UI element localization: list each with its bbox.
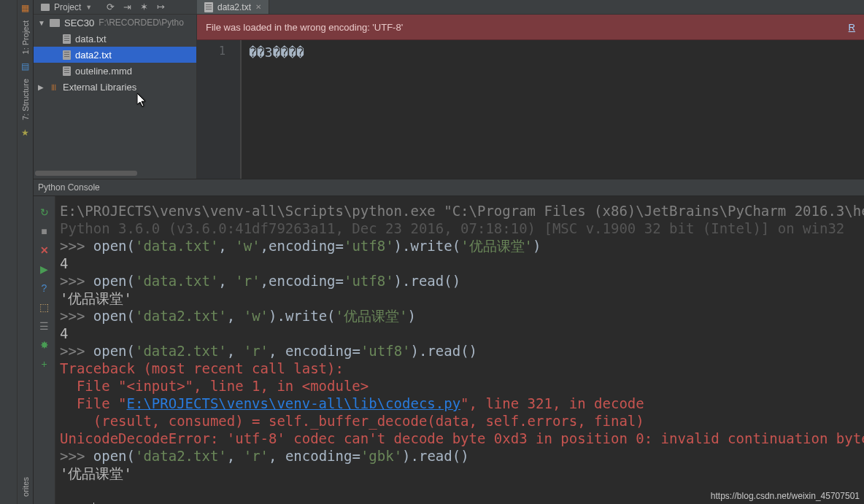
t: ,encoding=	[261, 273, 344, 289]
t: 'utf8'	[344, 273, 394, 289]
editor-tabbar: data2.txt ✕	[197, 0, 864, 15]
traceback-line: File "	[60, 395, 127, 411]
favorites-tool-icon[interactable]: ★	[21, 128, 29, 138]
console-prompt: >>>	[60, 343, 93, 359]
t: )	[407, 308, 415, 324]
stop-icon[interactable]: ■	[41, 225, 47, 237]
t: ).write(	[269, 308, 336, 324]
console-prompt: >>>	[60, 308, 93, 324]
file-label: data2.txt	[75, 50, 112, 61]
gutter-line-number: 1	[197, 44, 225, 58]
tree-file-row-selected[interactable]: data2.txt	[34, 47, 196, 63]
help-icon[interactable]: ?	[42, 282, 47, 294]
t: ,	[227, 448, 244, 464]
add-icon[interactable]: +	[41, 358, 47, 370]
traceback-line: (result, consumed) = self._buffer_decode…	[60, 413, 644, 429]
t: ).write(	[394, 238, 461, 254]
file-icon	[63, 50, 71, 60]
project-tool-icon[interactable]: ▦	[21, 3, 29, 13]
project-tool-label[interactable]: 1: Project	[21, 16, 30, 58]
t: '优品课堂'	[460, 238, 533, 254]
project-view-dropdown[interactable]: Project ▼	[34, 0, 99, 14]
console-out: 4	[60, 325, 68, 341]
python-console: ↻ ■ ✕ ▶ ? ⬚ ☰ ✸ + E:\PROJECTS\venvs\venv…	[34, 196, 864, 504]
structure-tool-icon[interactable]: ▤	[21, 61, 29, 71]
file-label: data.txt	[75, 34, 107, 44]
watermark-text: https://blog.csdn.net/weixin_45707501	[711, 491, 860, 501]
close-tab-icon[interactable]: ✕	[255, 3, 261, 11]
expand-icon[interactable]: ▼	[38, 19, 45, 27]
traceback-line: File "<input>", line 1, in <module>	[60, 378, 369, 394]
console-out: '优品课堂'	[60, 465, 132, 481]
rerun-icon[interactable]: ↻	[40, 206, 49, 218]
t: 'r'	[244, 343, 269, 359]
t: ,	[218, 273, 235, 289]
tree-file-row[interactable]: data.txt	[34, 31, 196, 47]
t: ).read()	[411, 343, 478, 359]
t: ,encoding=	[261, 238, 344, 254]
new-icon[interactable]: ✸	[40, 339, 49, 351]
file-icon	[63, 66, 71, 76]
toolbar-gear-icon[interactable]: ✶	[140, 1, 148, 12]
t: 'data2.txt'	[135, 343, 227, 359]
expand-icon[interactable]: ▶	[38, 83, 45, 91]
run-icon[interactable]: ▶	[40, 263, 48, 275]
t: 'r'	[235, 273, 260, 289]
project-tree[interactable]: ▼ SEC30 F:\RECORDED\Pytho data.txt data2…	[34, 15, 197, 179]
root-name: SEC30	[64, 18, 94, 28]
t: open(	[93, 308, 135, 324]
t: open(	[93, 448, 135, 464]
encoding-warning-bar: File was loaded in the wrong encoding: '…	[197, 15, 864, 40]
t: open(	[93, 273, 135, 289]
structure-tool-label[interactable]: 7: Structure	[21, 74, 30, 125]
tree-file-row[interactable]: outeline.mmd	[34, 63, 196, 79]
dropdown-arrow-icon: ▼	[85, 4, 92, 11]
t: 'w'	[244, 308, 269, 324]
t: '优品课堂'	[336, 308, 408, 324]
t: , encoding=	[269, 448, 360, 464]
editor-tab-data2[interactable]: data2.txt ✕	[197, 0, 269, 14]
console-output[interactable]: E:\PROJECTS\venvs\venv-all\Scripts\pytho…	[55, 196, 864, 504]
t: , encoding=	[269, 343, 360, 359]
editor-pane: File was loaded in the wrong encoding: '…	[197, 15, 864, 179]
close-icon[interactable]: ✕	[40, 244, 49, 256]
project-view-label: Project	[54, 2, 81, 12]
console-exec-line: E:\PROJECTS\venvs\venv-all\Scripts\pytho…	[60, 203, 864, 219]
t: ).read()	[402, 448, 469, 464]
console-out: '优品课堂'	[60, 290, 132, 306]
warning-action-link[interactable]: R	[849, 22, 855, 33]
t: ,	[227, 343, 244, 359]
folder-icon	[41, 4, 50, 11]
toolbar-settings-icon[interactable]: ⟳	[107, 1, 115, 12]
tree-external-libs[interactable]: ▶ ⫼ External Libraries	[34, 79, 196, 95]
horizontal-scrollbar[interactable]	[35, 171, 137, 176]
t: )	[533, 238, 541, 254]
editor-gutter: 1	[197, 40, 241, 179]
editor-tab-label: data2.txt	[217, 2, 251, 12]
console-prompt: >>>	[60, 273, 93, 289]
t: 'data2.txt'	[135, 308, 227, 324]
console-prompt: >>>	[60, 448, 93, 464]
editor-content[interactable]: ��3����	[241, 40, 864, 179]
external-libs-label: External Libraries	[63, 82, 136, 93]
debug-icon[interactable]: ⬚	[39, 301, 49, 313]
t: ", line 321, in decode	[460, 395, 644, 411]
t: 'utf8'	[360, 343, 411, 359]
history-icon[interactable]: ☰	[39, 320, 49, 332]
warning-text: File was loaded in the wrong encoding: '…	[206, 22, 403, 33]
editor-text: ��3����	[249, 44, 304, 60]
traceback-link[interactable]: E:\PROJECTS\venvs\venv-all\lib\codecs.py	[127, 395, 461, 411]
t: 'w'	[235, 238, 260, 254]
toolbar-hide-icon[interactable]: ↦	[157, 1, 165, 12]
t: open(	[93, 343, 135, 359]
console-header: Python Console	[34, 179, 864, 196]
console-toolbar: ↻ ■ ✕ ▶ ? ⬚ ☰ ✸ +	[34, 196, 55, 504]
library-icon: ⫼	[50, 82, 58, 92]
t: open(	[93, 238, 135, 254]
t: ,	[227, 308, 244, 324]
file-icon	[63, 34, 71, 44]
favorites-tool-label[interactable]: orites	[21, 473, 30, 501]
tree-root-row[interactable]: ▼ SEC30 F:\RECORDED\Pytho	[34, 15, 196, 31]
root-path: F:\RECORDED\Pytho	[99, 18, 184, 28]
toolbar-collapse-icon[interactable]: ⇥	[123, 1, 131, 12]
